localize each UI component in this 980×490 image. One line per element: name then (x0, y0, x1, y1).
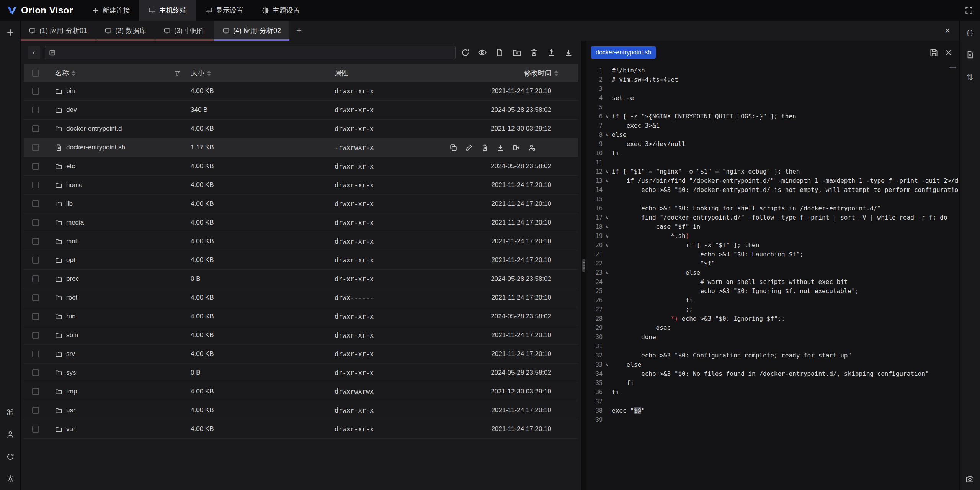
fold-chevron-icon[interactable] (603, 406, 612, 415)
row-checkbox[interactable] (32, 369, 39, 376)
table-row[interactable]: lib 4.00 KB drwxr-xr-x 2021-11-24 17:20:… (24, 195, 578, 213)
download-icon[interactable] (497, 143, 505, 152)
code-editor[interactable]: 1 #!/bin/sh 2 # vim:sw=4:ts=4:et 3 4 set… (586, 64, 959, 490)
fold-chevron-icon[interactable]: ∨ (603, 112, 612, 121)
row-checkbox[interactable] (32, 125, 39, 132)
file-name[interactable]: dev (66, 106, 77, 114)
table-row[interactable]: proc 0 B dr-xr-xr-x 2024-05-28 23:58:02 (24, 270, 578, 288)
table-row[interactable]: tmp 4.00 KB drwxrwxrwx 2021-12-30 03:29:… (24, 382, 578, 401)
table-row[interactable]: media 4.00 KB drwxr-xr-x 2021-11-24 17:2… (24, 213, 578, 232)
fold-chevron-icon[interactable] (603, 296, 612, 305)
nav-display-settings[interactable]: 显示设置 (196, 0, 253, 21)
row-checkbox[interactable] (32, 407, 39, 414)
add-tab-icon[interactable] (5, 27, 16, 38)
app-logo[interactable]: Orion Visor (0, 0, 83, 21)
table-row[interactable]: dev 340 B drwxr-xr-x 2024-05-28 23:58:02 (24, 101, 578, 120)
path-bar[interactable] (45, 46, 456, 59)
terminal-tab[interactable]: (3) 中间件 (155, 21, 214, 41)
file-name[interactable]: usr (66, 406, 75, 414)
row-checkbox[interactable] (32, 351, 39, 357)
file-name[interactable]: sys (66, 369, 76, 377)
file-name[interactable]: proc (66, 275, 79, 283)
row-checkbox[interactable] (32, 107, 39, 113)
sort-time-icon[interactable] (554, 70, 558, 76)
fold-chevron-icon[interactable]: ∨ (603, 176, 612, 185)
screenshot-camera-icon[interactable] (964, 473, 976, 485)
save-icon[interactable] (929, 48, 939, 57)
table-row[interactable]: usr 4.00 KB drwxr-xr-x 2021-11-24 17:20:… (24, 401, 578, 420)
fold-chevron-icon[interactable] (603, 250, 612, 259)
delete-icon[interactable] (481, 143, 489, 152)
fold-chevron-icon[interactable] (603, 305, 612, 314)
permission-icon[interactable] (528, 143, 536, 152)
fold-chevron-icon[interactable] (603, 139, 612, 149)
close-panel-icon[interactable]: × (936, 21, 959, 41)
file-name[interactable]: opt (66, 256, 75, 264)
fold-chevron-icon[interactable] (603, 66, 612, 75)
filter-icon[interactable] (174, 70, 181, 77)
open-file-badge[interactable]: docker-entrypoint.sh (591, 46, 656, 59)
splitter-handle[interactable] (582, 259, 585, 272)
transfer-list-icon[interactable]: ⇅ (964, 71, 976, 83)
fold-chevron-icon[interactable]: ∨ (603, 130, 612, 139)
fold-chevron-icon[interactable] (603, 84, 612, 93)
table-row[interactable]: sys 0 B dr-xr-xr-x 2024-05-28 23:58:02 (24, 364, 578, 382)
fold-chevron-icon[interactable] (603, 103, 612, 112)
upload-icon[interactable] (546, 48, 556, 57)
new-tab-button[interactable]: + (290, 21, 308, 41)
file-name[interactable]: home (66, 181, 83, 189)
table-row[interactable]: root 4.00 KB drwx------ 2021-11-24 17:20… (24, 288, 578, 307)
table-row[interactable]: docker-entrypoint.sh 1.17 KB -rwxrwxr-x (24, 138, 578, 157)
column-header-size[interactable]: 大小 (191, 69, 204, 78)
nav-host-terminal[interactable]: 主机终端 (139, 0, 196, 21)
terminal-tab[interactable]: (2) 数据库 (96, 21, 155, 41)
new-file-icon[interactable] (495, 48, 505, 57)
table-row[interactable]: docker-entrypoint.d 4.00 KB drwxr-xr-x 2… (24, 120, 578, 138)
file-name[interactable]: mnt (66, 238, 77, 245)
user-icon[interactable] (5, 429, 16, 440)
file-name[interactable]: bin (66, 87, 75, 95)
row-checkbox[interactable] (32, 388, 39, 395)
row-checkbox[interactable] (32, 200, 39, 207)
row-checkbox[interactable] (32, 426, 39, 433)
table-row[interactable]: mnt 4.00 KB drwxr-xr-x 2021-11-24 17:20:… (24, 232, 578, 251)
path-input[interactable] (59, 49, 451, 56)
fold-chevron-icon[interactable]: ∨ (603, 360, 612, 369)
terminal-tab[interactable]: (4) 应用-分析02 (214, 21, 289, 41)
row-checkbox[interactable] (32, 163, 39, 170)
table-row[interactable]: run 4.00 KB drwxr-xr-x 2024-05-28 23:58:… (24, 307, 578, 326)
row-checkbox[interactable] (32, 88, 39, 95)
fold-chevron-icon[interactable]: ∨ (603, 167, 612, 176)
table-row[interactable]: opt 4.00 KB drwxr-xr-x 2021-11-24 17:20:… (24, 251, 578, 270)
fold-chevron-icon[interactable] (603, 388, 612, 397)
row-checkbox[interactable] (32, 219, 39, 226)
column-header-time[interactable]: 修改时间 (524, 69, 552, 78)
table-row[interactable]: var 4.00 KB drwxr-xr-x 2021-11-24 17:20:… (24, 420, 578, 439)
fold-chevron-icon[interactable] (603, 75, 612, 84)
fold-chevron-icon[interactable] (603, 287, 612, 296)
nav-new-connection[interactable]: 新建连接 (83, 0, 139, 21)
new-folder-icon[interactable] (512, 48, 522, 57)
fold-chevron-icon[interactable]: ∨ (603, 268, 612, 277)
close-editor-icon[interactable] (943, 48, 953, 57)
fold-chevron-icon[interactable]: ∨ (603, 222, 612, 231)
select-all-checkbox[interactable] (32, 70, 39, 77)
fold-chevron-icon[interactable] (603, 158, 612, 167)
file-name[interactable]: docker-entrypoint.d (66, 125, 122, 133)
fold-chevron-icon[interactable] (603, 121, 612, 130)
row-checkbox[interactable] (32, 144, 39, 151)
fold-chevron-icon[interactable] (603, 277, 612, 287)
move-icon[interactable] (512, 143, 520, 152)
fold-chevron-icon[interactable] (603, 333, 612, 342)
fold-chevron-icon[interactable] (603, 93, 612, 103)
show-hidden-eye-icon[interactable] (477, 48, 487, 57)
refresh-icon[interactable] (460, 48, 470, 57)
row-checkbox[interactable] (32, 275, 39, 282)
panel-splitter[interactable] (581, 41, 586, 490)
file-name[interactable]: etc (66, 162, 75, 170)
row-checkbox[interactable] (32, 238, 39, 245)
fold-chevron-icon[interactable] (603, 379, 612, 388)
file-name[interactable]: run (66, 313, 76, 320)
file-manager-icon[interactable] (964, 49, 976, 61)
fold-chevron-icon[interactable] (603, 149, 612, 158)
